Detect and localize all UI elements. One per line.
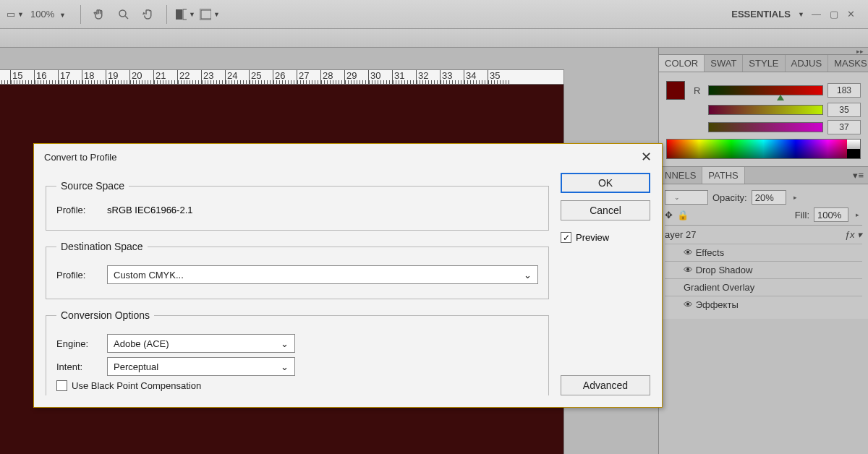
dialog-title: Convert to Profile	[44, 152, 116, 163]
tab-color[interactable]: COLOR	[659, 55, 705, 72]
ruler-tick: 21	[153, 70, 177, 85]
panels-column: ▸▸ COLOR SWAT STYLE ADJUS MASKS ▾≡ R 183…	[658, 48, 868, 454]
minimize-icon[interactable]: —	[812, 9, 821, 20]
opacity-label: Opacity:	[712, 192, 747, 203]
separator	[166, 5, 167, 24]
separator	[80, 5, 81, 24]
lock-icon[interactable]: 🔒	[677, 210, 689, 220]
svg-point-0	[119, 10, 126, 17]
tab-channels[interactable]: NNELS	[659, 167, 702, 184]
effects-header-ru[interactable]: 👁 Эффекты	[665, 296, 862, 313]
color-panel: R 183 35 37	[659, 72, 868, 167]
ruler-tick: 24	[225, 70, 249, 85]
layers-panel: ⌄ Opacity: 20% ▸ ✥ 🔒 Fill: 100% ▸ ayer 2…	[659, 184, 868, 319]
blue-value[interactable]: 37	[827, 120, 861, 134]
horizontal-ruler: 1415161718192021222324252627282930313233…	[0, 69, 564, 85]
convert-to-profile-dialog: Convert to Profile ✕ Source Space Profil…	[33, 143, 663, 408]
fill-input[interactable]: 100%	[814, 207, 848, 222]
ruler-tick: 29	[344, 70, 368, 85]
rotate-view-icon[interactable]	[138, 4, 158, 25]
blend-mode-select[interactable]: ⌄	[665, 190, 708, 205]
conversion-options-legend: Conversion Options	[56, 309, 154, 321]
opacity-stepper-icon[interactable]: ▸	[791, 194, 800, 201]
top-toolbar: ▭▼ 100% ▼ ▼ ▼ ESSENTIALS ▼ — ▢ ✕	[0, 0, 868, 29]
foreground-color-swatch[interactable]	[666, 81, 685, 100]
intent-select[interactable]: Perceptual⌄	[107, 357, 295, 376]
hand-tool-icon[interactable]	[89, 4, 109, 25]
checkbox-icon[interactable]	[56, 380, 67, 391]
dialog-close-icon[interactable]: ✕	[641, 149, 652, 165]
ruler-tick: 18	[82, 70, 106, 85]
green-value[interactable]: 35	[827, 103, 861, 117]
color-spectrum[interactable]	[666, 139, 861, 159]
layer-row[interactable]: ayer 27 ƒx ▾	[665, 225, 862, 244]
ruler-tick: 34	[464, 70, 488, 85]
workspace-switcher[interactable]: ESSENTIALS ▼	[731, 9, 812, 20]
visibility-eye-icon[interactable]: 👁	[684, 265, 693, 275]
fill-label: Fill:	[795, 210, 809, 220]
svg-rect-2	[183, 9, 187, 20]
ok-button[interactable]: OK	[561, 173, 650, 193]
ruler-tick: 32	[416, 70, 440, 85]
tab-adjustments[interactable]: ADJUS	[786, 55, 829, 72]
cancel-button[interactable]: Cancel	[561, 200, 650, 220]
zoom-level[interactable]: 100% ▼	[30, 9, 66, 20]
tab-paths[interactable]: PATHS	[702, 167, 744, 184]
ruler-tick: 35	[488, 70, 511, 85]
panel-menu-icon[interactable]: ▾≡	[848, 167, 868, 184]
ruler-tick: 26	[273, 70, 297, 85]
source-space-legend: Source Space	[56, 180, 129, 192]
document-preset-dropdown[interactable]: ▭▼	[5, 4, 25, 25]
svg-rect-4	[201, 10, 211, 19]
move-lock-icon[interactable]: ✥	[665, 210, 673, 220]
red-value[interactable]: 183	[827, 83, 861, 98]
effect-drop-shadow[interactable]: 👁 Drop Shadow	[665, 261, 862, 278]
black-point-compensation-checkbox[interactable]: Use Black Point Compensation	[56, 380, 538, 391]
conversion-options-fieldset: Conversion Options Engine: Adobe (ACE)⌄ …	[46, 309, 549, 395]
engine-select[interactable]: Adobe (ACE)⌄	[107, 334, 295, 353]
destination-profile-select[interactable]: Custom CMYK...⌄	[107, 265, 538, 284]
effect-gradient-overlay[interactable]: Gradient Overlay	[665, 278, 862, 296]
ruler-tick: 30	[368, 70, 392, 85]
opacity-input[interactable]: 20%	[752, 190, 786, 205]
fx-badge[interactable]: ƒx ▾	[845, 229, 862, 240]
layers-panel-tabs: NNELS PATHS ▾≡	[659, 167, 868, 184]
blue-slider[interactable]	[708, 122, 823, 132]
zoom-tool-icon[interactable]	[114, 4, 134, 25]
panel-collapse-icon[interactable]: ▸▸	[659, 48, 868, 55]
destination-profile-label: Profile:	[56, 270, 100, 280]
green-slider[interactable]	[708, 105, 823, 115]
red-slider[interactable]	[708, 85, 823, 95]
tab-masks[interactable]: MASKS	[828, 55, 868, 72]
arrange-documents-icon[interactable]: ▼	[200, 4, 220, 25]
fill-stepper-icon[interactable]: ▸	[853, 211, 862, 218]
ruler-tick: 19	[106, 70, 129, 85]
layer-name: ayer 27	[665, 229, 696, 240]
ruler-tick: 20	[129, 70, 153, 85]
preview-checkbox[interactable]: ✓ Preview	[561, 232, 650, 243]
intent-label: Intent:	[56, 361, 100, 372]
ruler-tick: 23	[201, 70, 225, 85]
destination-space-fieldset: Destination Space Profile: Custom CMYK..…	[46, 241, 549, 299]
options-bar	[0, 29, 868, 48]
visibility-eye-icon[interactable]: 👁	[684, 299, 693, 310]
ruler-tick: 14	[0, 70, 10, 85]
tab-styles[interactable]: STYLE	[743, 55, 785, 72]
visibility-eye-icon[interactable]: 👁	[684, 247, 693, 258]
ruler-tick: 28	[320, 70, 344, 85]
screen-mode-icon[interactable]: ▼	[175, 4, 195, 25]
close-icon[interactable]: ✕	[847, 9, 855, 20]
ruler-tick: 31	[392, 70, 416, 85]
source-profile-label: Profile:	[56, 205, 100, 215]
tab-swatches[interactable]: SWAT	[705, 55, 743, 72]
restore-icon[interactable]: ▢	[830, 9, 838, 20]
checkbox-checked-icon[interactable]: ✓	[561, 232, 571, 243]
source-space-fieldset: Source Space Profile: sRGB IEC61966-2.1	[46, 180, 549, 231]
source-profile-value: sRGB IEC61966-2.1	[107, 205, 193, 215]
effects-header[interactable]: 👁 Effects	[665, 244, 862, 261]
advanced-button[interactable]: Advanced	[561, 375, 650, 395]
destination-space-legend: Destination Space	[56, 241, 148, 252]
ruler-tick: 16	[34, 70, 58, 85]
ruler-tick: 33	[440, 70, 464, 85]
svg-rect-1	[176, 9, 182, 20]
